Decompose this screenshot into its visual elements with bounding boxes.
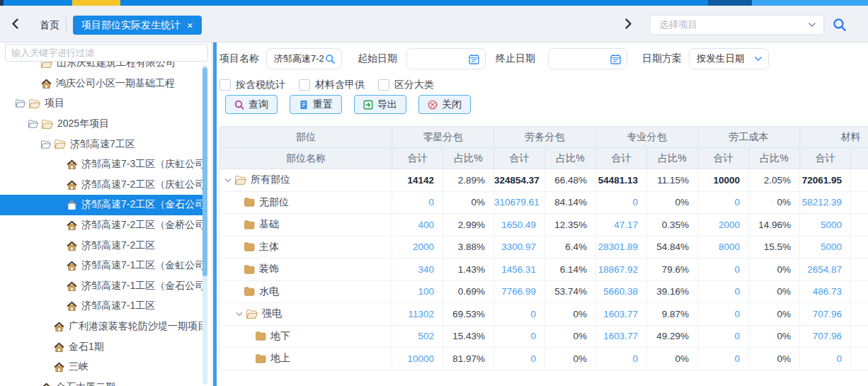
tree-item[interactable]: 2025年项目 — [0, 114, 207, 135]
percent-value-cell: 0% — [443, 191, 494, 214]
clipped-cell — [851, 236, 868, 259]
back-icon[interactable] — [11, 18, 19, 32]
expand-toggle-slot[interactable] — [41, 140, 55, 149]
tree-item[interactable]: 济邹高速7-2工区（金桥公司 — [0, 215, 207, 236]
total-value-cell[interactable]: 11302 — [392, 303, 443, 326]
total-value-cell[interactable]: 28301.89 — [596, 236, 647, 259]
panel-splitter[interactable] — [213, 42, 217, 386]
expand-chevron[interactable] — [236, 312, 243, 317]
total-value-cell[interactable]: 310679.61 — [494, 191, 545, 214]
total-value-cell[interactable]: 5660.38 — [596, 280, 647, 303]
tree-item[interactable]: 鸿庆公司小区一期基础工程 — [0, 74, 207, 94]
sidebar-scrollbar-track[interactable] — [202, 65, 207, 385]
total-value-cell[interactable]: 0 — [494, 348, 545, 370]
tree-item[interactable]: 济邹高速7-2工区（金石公司 — [0, 195, 207, 215]
total-value-cell[interactable]: 5000 — [800, 236, 851, 259]
total-value-cell[interactable]: 502 — [392, 325, 443, 348]
total-value-cell[interactable]: 0 — [494, 303, 545, 326]
tree-node-icon — [67, 241, 77, 251]
total-value-cell[interactable]: 8000 — [698, 236, 749, 259]
total-value-cell[interactable]: 0 — [698, 280, 749, 303]
total-value-cell[interactable]: 100 — [392, 280, 443, 303]
percent-value-cell: 49.29% — [647, 325, 698, 348]
total-value-cell[interactable]: 0 — [698, 303, 749, 326]
total-value-cell[interactable]: 1603.77 — [596, 303, 647, 326]
total-value-cell[interactable]: 1603.77 — [596, 325, 647, 348]
total-value-cell[interactable]: 0 — [800, 348, 851, 370]
top-strip — [0, 0, 868, 6]
reset-button[interactable]: 重置 — [290, 95, 342, 114]
checkbox-tax-included[interactable]: 按含税统计 — [219, 79, 285, 91]
percent-value-cell: 0% — [749, 348, 800, 370]
export-button[interactable]: 导出 — [354, 95, 406, 114]
export-icon — [363, 100, 373, 110]
tree-item[interactable]: 济邹高速7-3工区（庆虹公司 — [0, 154, 207, 175]
forward-icon[interactable] — [624, 18, 632, 32]
tab-close-icon[interactable]: × — [187, 20, 193, 30]
total-value-cell[interactable]: 0 — [698, 259, 749, 281]
tab-home[interactable]: 首页 — [34, 16, 65, 35]
total-value-cell[interactable]: 2000 — [698, 214, 749, 237]
total-value-cell[interactable]: 0 — [698, 348, 749, 370]
expand-toggle-icon[interactable] — [41, 140, 51, 149]
tree-item[interactable]: 济邹高速7-2工区（庆虹公司 — [0, 175, 207, 195]
tree-item[interactable]: 济邹高速7-2工区 — [0, 235, 207, 256]
total-value-cell[interactable]: 707.96 — [800, 303, 851, 326]
total-value-cell[interactable]: 486.73 — [800, 280, 851, 303]
total-value-cell[interactable]: 0 — [596, 191, 647, 214]
total-value-cell[interactable]: 0 — [494, 325, 545, 348]
total-value-cell[interactable]: 0 — [698, 191, 749, 214]
total-value-cell[interactable]: 0 — [392, 191, 443, 214]
part-name: 基础 — [259, 218, 279, 231]
total-value-cell[interactable]: 58212.39 — [800, 191, 851, 214]
chevron-down-icon[interactable] — [224, 178, 232, 183]
total-value-cell[interactable]: 400 — [392, 214, 443, 237]
checkbox-material-owner-supplied[interactable]: 材料含甲供 — [299, 79, 365, 91]
sidebar-scrollbar-thumb[interactable] — [202, 67, 207, 276]
total-value-cell[interactable]: 3300.97 — [494, 236, 545, 259]
clipped-cell — [851, 214, 868, 237]
total-value-cell[interactable]: 0 — [698, 325, 749, 348]
total-value-cell[interactable]: 10000 — [392, 348, 443, 370]
total-value-cell[interactable]: 47.17 — [596, 214, 647, 237]
tab-active[interactable]: 项目部位实际发生统计 × — [73, 16, 202, 35]
total-value-cell[interactable]: 7766.99 — [494, 280, 545, 303]
query-button[interactable]: 查询 — [225, 95, 278, 114]
total-value-cell[interactable]: 1650.49 — [494, 214, 545, 237]
total-value-cell[interactable]: 340 — [392, 259, 443, 281]
total-value-cell[interactable]: 18867.92 — [596, 259, 647, 281]
expand-toggle-icon[interactable] — [16, 99, 25, 108]
tree-item[interactable]: 济邹高速7-1工区（金石公司 — [0, 276, 207, 297]
expand-toggle-slot[interactable] — [16, 99, 29, 108]
calendar-icon[interactable] — [610, 54, 621, 64]
total-value-cell[interactable]: 707.96 — [800, 325, 851, 348]
column-header — [851, 148, 868, 169]
expand-chevron[interactable] — [224, 178, 232, 183]
tree-filter-input[interactable] — [5, 44, 208, 62]
total-value-cell[interactable]: 1456.31 — [494, 259, 545, 281]
tree-item[interactable]: 三峡 — [0, 357, 207, 378]
tree-item[interactable]: 济邹高速7工区 — [0, 134, 207, 154]
total-value-cell[interactable]: 5000 — [800, 214, 851, 237]
total-value-cell[interactable]: 2654.87 — [800, 259, 851, 281]
search-icon[interactable] — [325, 54, 336, 64]
folder-open-icon — [235, 176, 246, 185]
total-value-cell[interactable]: 2000 — [392, 236, 443, 259]
date-scheme-select[interactable]: 按发生日期 — [689, 48, 769, 69]
total-value-cell[interactable]: 0 — [596, 348, 647, 370]
tree-item[interactable]: 广利港滚装客轮防沙堤一期项目 — [0, 317, 207, 337]
tree-item[interactable]: 济邹高速7-1工区 — [0, 296, 207, 317]
tree-item[interactable]: 金石1期 — [0, 336, 207, 357]
calendar-icon[interactable] — [469, 54, 479, 64]
tree-item[interactable]: 金石大厦二期 — [0, 378, 207, 386]
expand-toggle-slot[interactable] — [28, 120, 42, 128]
percent-value-cell: 0% — [749, 191, 800, 214]
expand-toggle-icon[interactable] — [28, 120, 38, 128]
tree-item[interactable]: 济邹高速7-1工区（金虹公司 — [0, 256, 207, 276]
project-select[interactable]: 选择项目 — [650, 15, 824, 35]
tree-item[interactable]: 项目 — [0, 93, 207, 114]
chevron-down-icon[interactable] — [236, 312, 243, 317]
close-button[interactable]: 关闭 — [418, 95, 471, 114]
search-icon[interactable] — [833, 18, 847, 35]
checkbox-split-categories[interactable]: 区分大类 — [378, 79, 434, 91]
